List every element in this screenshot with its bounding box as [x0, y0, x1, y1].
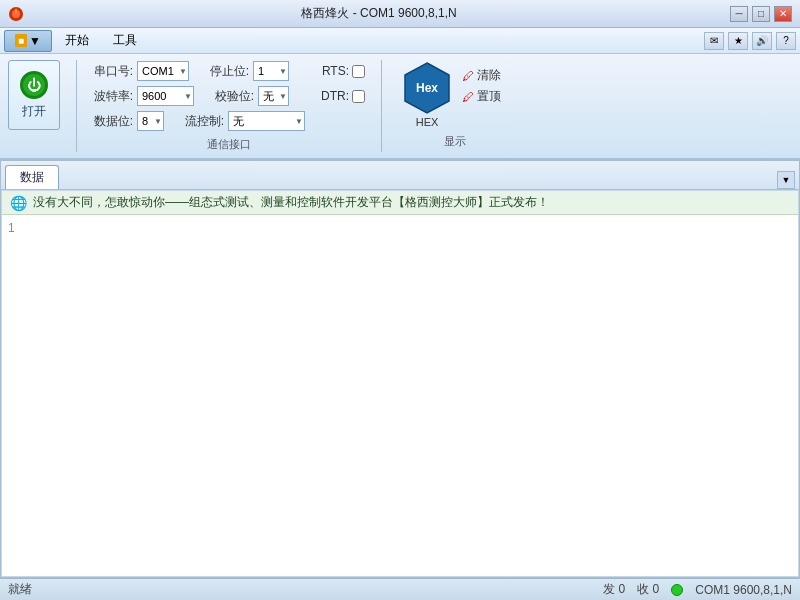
menu-file-label: ■ ▼: [15, 34, 41, 48]
comm-section-label: 通信接口: [93, 137, 365, 152]
line-numbers: 1: [2, 215, 798, 242]
flowctrl-select-wrapper: 无RTS/CTSXON/XOFF: [228, 111, 305, 131]
app-icon: [8, 6, 24, 22]
notice-bar: 🌐 没有大不同，怎敢惊动你——组态式测试、测量和控制软件开发平台【格西测控大师】…: [2, 191, 798, 215]
parity-label: 校验位:: [214, 88, 254, 105]
toolbar-icon-1[interactable]: ✉: [704, 32, 724, 50]
reset-label: 置顶: [477, 88, 501, 105]
toolbar: ⏻ 打开 串口号: COM1COM2COM3 停止位: 11.52 RTS:: [0, 54, 800, 160]
rts-label: RTS:: [309, 64, 349, 78]
window-controls: ─ □ ✕: [730, 6, 792, 22]
hex-label: HEX: [416, 116, 439, 128]
menu-start-label: 开始: [65, 32, 89, 49]
content-area: 🌐 没有大不同，怎敢惊动你——组态式测试、测量和控制软件开发平台【格西测控大师】…: [1, 190, 799, 577]
data-tab[interactable]: 数据: [5, 165, 59, 189]
clear-label: 清除: [477, 67, 501, 84]
parity-select-wrapper: 无奇偶: [258, 86, 289, 106]
menu-tools-label: 工具: [113, 32, 137, 49]
stopbit-label: 停止位:: [209, 63, 249, 80]
menu-start[interactable]: 开始: [54, 30, 100, 52]
open-button[interactable]: ⏻ 打开: [8, 60, 60, 130]
send-count: 发 0: [603, 581, 625, 598]
port-select-wrapper: COM1COM2COM3: [137, 61, 189, 81]
stopbit-select[interactable]: 11.52: [253, 61, 289, 81]
titlebar: 格西烽火 - COM1 9600,8,1,N ─ □ ✕: [0, 0, 800, 28]
open-label: 打开: [22, 103, 46, 120]
baudrate-row: 波特率: 96001920038400115200 校验位: 无奇偶 DTR:: [93, 85, 365, 107]
menubar: ■ ▼ 开始 工具 ✉ ★ 🔊 ?: [0, 28, 800, 54]
main-area: 数据 ▼ 🌐 没有大不同，怎敢惊动你——组态式测试、测量和控制软件开发平台【格西…: [0, 160, 800, 578]
flowctrl-label: 流控制:: [184, 113, 224, 130]
menu-file[interactable]: ■ ▼: [4, 30, 52, 52]
recv-count: 收 0: [637, 581, 659, 598]
reset-button[interactable]: 🖊 置顶: [458, 87, 505, 106]
toolbar-icon-4[interactable]: ?: [776, 32, 796, 50]
databits-select[interactable]: 8765: [137, 111, 164, 131]
line-1: 1: [8, 221, 15, 235]
dtr-label: DTR:: [309, 89, 349, 103]
databits-label: 数据位:: [93, 113, 133, 130]
svg-text:Hex: Hex: [416, 81, 438, 95]
hex-badge[interactable]: Hex: [404, 62, 450, 114]
tab-dropdown[interactable]: ▼: [777, 171, 795, 189]
clear-icon: 🖊: [462, 69, 474, 83]
dtr-checkbox[interactable]: [352, 90, 365, 103]
databits-row: 数据位: 8765 流控制: 无RTS/CTSXON/XOFF: [93, 110, 365, 132]
power-icon: ⏻: [20, 71, 48, 99]
baudrate-label: 波特率:: [93, 88, 133, 105]
toolbar-icon-3[interactable]: 🔊: [752, 32, 772, 50]
baudrate-select-wrapper: 96001920038400115200: [137, 86, 194, 106]
menu-tools[interactable]: 工具: [102, 30, 148, 52]
display-label: 显示: [444, 134, 466, 149]
rts-checkbox[interactable]: [352, 65, 365, 78]
databits-select-wrapper: 8765: [137, 111, 164, 131]
port-info: COM1 9600,8,1,N: [695, 583, 792, 597]
window-title: 格西烽火 - COM1 9600,8,1,N: [28, 5, 730, 22]
baudrate-select[interactable]: 96001920038400115200: [137, 86, 194, 106]
connection-indicator: [671, 584, 683, 596]
flowctrl-select[interactable]: 无RTS/CTSXON/XOFF: [228, 111, 305, 131]
toolbar-icon-2[interactable]: ★: [728, 32, 748, 50]
port-row: 串口号: COM1COM2COM3 停止位: 11.52 RTS:: [93, 60, 365, 82]
status-right: 发 0 收 0 COM1 9600,8,1,N: [603, 581, 792, 598]
close-button[interactable]: ✕: [774, 6, 792, 22]
toolbar-divider-1: [76, 60, 77, 152]
status-text: 就绪: [8, 581, 32, 598]
minimize-button[interactable]: ─: [730, 6, 748, 22]
data-tab-label: 数据: [20, 170, 44, 184]
dtr-group: DTR:: [309, 89, 365, 103]
port-label: 串口号:: [93, 63, 133, 80]
maximize-button[interactable]: □: [752, 6, 770, 22]
toolbar-divider-2: [381, 60, 382, 152]
notice-text: 没有大不同，怎敢惊动你——组态式测试、测量和控制软件开发平台【格西测控大师】正式…: [33, 194, 549, 211]
parity-select[interactable]: 无奇偶: [258, 86, 289, 106]
rts-group: RTS:: [309, 64, 365, 78]
reset-icon: 🖊: [462, 90, 474, 104]
clear-button[interactable]: 🖊 清除: [458, 66, 505, 85]
notice-icon: 🌐: [10, 195, 27, 211]
stopbit-select-wrapper: 11.52: [253, 61, 289, 81]
tab-bar: 数据 ▼: [1, 161, 799, 190]
statusbar: 就绪 发 0 收 0 COM1 9600,8,1,N: [0, 578, 800, 600]
hex-section: Hex HEX 🖊 清除 🖊 置顶 显示: [398, 60, 511, 151]
port-select[interactable]: COM1COM2COM3: [137, 61, 189, 81]
hex-actions: 🖊 清除 🖊 置顶: [458, 66, 505, 106]
